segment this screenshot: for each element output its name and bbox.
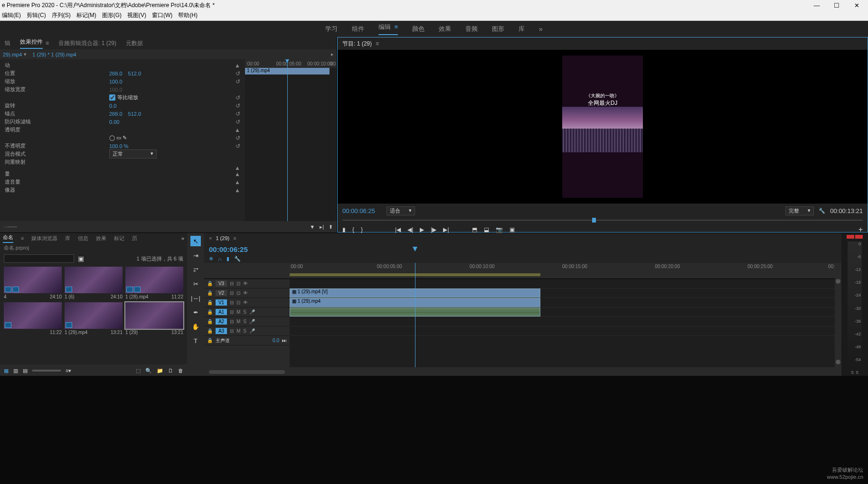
program-options-icon[interactable]: ≡ bbox=[376, 40, 379, 47]
tab-audio-mixer[interactable]: 音频剪辑混合器: 1 (29) bbox=[58, 39, 116, 47]
track-lane-V3[interactable] bbox=[290, 279, 835, 289]
tab-media-browser[interactable]: 媒体浏览器 bbox=[31, 235, 57, 242]
wrench-icon[interactable]: 🔧 bbox=[819, 208, 825, 214]
effect-controls-timeline[interactable]: :00:00 00:00:05:00 00:00:10:00 00 1 (29)… bbox=[245, 59, 337, 221]
ec-rotation-reset-icon[interactable]: ↺ bbox=[236, 102, 240, 109]
mute-icon[interactable]: M bbox=[236, 319, 240, 324]
program-zoom-dropdown[interactable]: 适合▾ bbox=[387, 206, 415, 215]
ripple-tool[interactable]: ⥂ bbox=[190, 264, 201, 275]
play-icon[interactable]: ▶ bbox=[420, 226, 424, 233]
sequence-options-icon[interactable]: ≡ bbox=[233, 235, 236, 241]
toggle-icon[interactable]: ⊟ bbox=[230, 290, 234, 296]
tabs-overflow-icon[interactable]: » bbox=[181, 235, 184, 241]
ec-mask-ellipse-icon[interactable]: ◯ bbox=[109, 135, 115, 141]
ec-anchor-reset-icon[interactable]: ↺ bbox=[236, 111, 240, 117]
lock-icon[interactable]: 🔒 bbox=[207, 300, 213, 305]
program-quality-dropdown[interactable]: 完整▾ bbox=[785, 206, 814, 215]
source-clip-name[interactable]: 29).mp4 bbox=[3, 52, 22, 57]
master-expand-icon[interactable]: ⏭ bbox=[282, 338, 287, 343]
track-id[interactable]: V1 bbox=[216, 299, 227, 306]
sync-lock-icon[interactable]: ⊡ bbox=[236, 290, 240, 296]
workspace-effects[interactable]: 效果 bbox=[439, 25, 451, 33]
lift-icon[interactable]: ⬒ bbox=[472, 226, 477, 233]
work-area-bar[interactable] bbox=[290, 273, 540, 276]
timeline-clip[interactable]: ▦ 1 (29).mp4 bbox=[290, 298, 540, 307]
ec-mask-reset-icon[interactable]: ↺ bbox=[236, 135, 240, 141]
tab-info[interactable]: 信息 bbox=[78, 235, 88, 242]
lock-icon[interactable]: 🔒 bbox=[207, 328, 213, 334]
tab-source[interactable]: 辑 bbox=[5, 39, 10, 47]
solo-right[interactable]: S bbox=[856, 370, 859, 375]
ec-opacity-collapse-icon[interactable]: ▲ bbox=[235, 127, 240, 133]
toggle-icon[interactable]: ⊟ bbox=[230, 309, 234, 315]
track-id[interactable]: V3 bbox=[216, 280, 227, 287]
bin-item[interactable]: 1 (6)24:10 bbox=[65, 267, 123, 299]
track-lane-V2[interactable]: ▦ 1 (29).mp4 [V] bbox=[290, 289, 835, 298]
voice-icon[interactable]: 🎤 bbox=[249, 319, 255, 324]
lock-icon[interactable]: 🔒 bbox=[207, 319, 213, 324]
track-id[interactable]: A3 bbox=[216, 328, 227, 334]
voice-icon[interactable]: 🎤 bbox=[249, 309, 255, 315]
menu-window[interactable]: 窗口(W) bbox=[152, 11, 172, 19]
close-button[interactable]: ✕ bbox=[847, 2, 866, 9]
track-id[interactable]: A2 bbox=[216, 318, 227, 325]
tab-metadata[interactable]: 元数据 bbox=[126, 39, 143, 47]
ec-scale-value[interactable]: 100.0 bbox=[109, 79, 123, 84]
workspace-assembly[interactable]: 组件 bbox=[352, 25, 364, 33]
compare-icon[interactable]: ▣ bbox=[509, 226, 515, 233]
menu-clip[interactable]: 剪辑(C) bbox=[27, 11, 46, 19]
minimize-button[interactable]: — bbox=[807, 2, 826, 9]
tab-options-icon[interactable]: ≡ bbox=[46, 40, 49, 47]
ec-timeline-ruler[interactable]: :00:00 00:00:05:00 00:00:10:00 00 bbox=[245, 59, 337, 68]
sequence-close-icon[interactable]: × bbox=[209, 235, 212, 241]
freeform-view-icon[interactable]: ▤ bbox=[23, 368, 28, 374]
export-frame-icon[interactable]: 📷 bbox=[496, 226, 503, 233]
menu-view[interactable]: 视图(V) bbox=[127, 11, 146, 19]
track-select-tool[interactable]: ⇥ bbox=[190, 250, 201, 261]
ec-anchor-y[interactable]: 512.0 bbox=[128, 111, 142, 117]
ec-play-icon[interactable]: ▸| bbox=[320, 224, 324, 230]
ec-position-y[interactable]: 512.0 bbox=[128, 71, 142, 76]
voice-icon[interactable]: 🎤 bbox=[249, 328, 255, 334]
lock-icon[interactable]: 🔒 bbox=[207, 281, 213, 286]
ec-position-reset-icon[interactable]: ↺ bbox=[236, 70, 240, 77]
timeline-clip[interactable]: ▦ 1 (29).mp4 [V] bbox=[290, 289, 540, 298]
eye-icon[interactable]: 👁 bbox=[243, 281, 248, 286]
ec-antiflicker-value[interactable]: 0.00 bbox=[109, 119, 119, 125]
ec-filter-icon[interactable]: ▼ bbox=[310, 224, 315, 230]
mute-icon[interactable]: M bbox=[236, 328, 240, 334]
menu-marker[interactable]: 标记(M) bbox=[76, 11, 96, 19]
sync-lock-icon[interactable]: ⊡ bbox=[236, 281, 240, 286]
track-lane-V1[interactable]: ▦ 1 (29).mp4 bbox=[290, 298, 835, 307]
ec-anchor-x[interactable]: 288.0 bbox=[109, 111, 123, 117]
bin-thumbnail[interactable] bbox=[125, 267, 183, 293]
ec-mask-pen-icon[interactable]: ✎ bbox=[123, 135, 127, 141]
workspace-learn[interactable]: 学习 bbox=[325, 25, 338, 33]
solo-left[interactable]: S bbox=[851, 370, 854, 375]
ec-mask-rect-icon[interactable]: ▭ bbox=[116, 135, 121, 141]
track-id[interactable]: V2 bbox=[216, 290, 227, 296]
v-zoom-handle-top[interactable] bbox=[836, 279, 840, 284]
mute-icon[interactable]: M bbox=[236, 309, 240, 315]
workspace-color[interactable]: 颜色 bbox=[412, 25, 425, 33]
hand-tool[interactable]: ✋ bbox=[190, 321, 201, 332]
track-header-V3[interactable]: 🔒V3⊟⊡👁 bbox=[204, 279, 290, 289]
settings-icon[interactable]: 🔧 bbox=[234, 256, 241, 262]
ec-playhead[interactable] bbox=[287, 59, 288, 221]
lock-icon[interactable]: 🔒 bbox=[207, 290, 213, 296]
maximize-button[interactable]: ☐ bbox=[827, 2, 846, 9]
ec-export-icon[interactable]: ⬆ bbox=[329, 224, 333, 230]
toggle-icon[interactable]: ⊟ bbox=[230, 328, 234, 334]
bin-item[interactable]: 1 (28).mp411:22 bbox=[125, 267, 183, 299]
toggle-icon[interactable]: ⊟ bbox=[230, 300, 234, 305]
sort-icon[interactable]: ≡▾ bbox=[66, 368, 71, 374]
goto-out-icon[interactable]: ▶| bbox=[443, 226, 449, 233]
bin-thumbnail[interactable] bbox=[4, 302, 62, 329]
menu-graphics[interactable]: 图形(G) bbox=[102, 11, 122, 19]
ec-chvol-collapse-icon[interactable]: ▲ bbox=[235, 179, 240, 186]
new-bin-icon[interactable]: ▣ bbox=[78, 255, 84, 262]
ec-scale-reset-icon[interactable]: ↺ bbox=[236, 78, 240, 85]
bin-thumbnail[interactable] bbox=[65, 302, 123, 329]
ec-rotation-value[interactable]: 0.0 bbox=[109, 103, 116, 109]
sequence-name[interactable]: 1 (29) bbox=[216, 235, 229, 241]
